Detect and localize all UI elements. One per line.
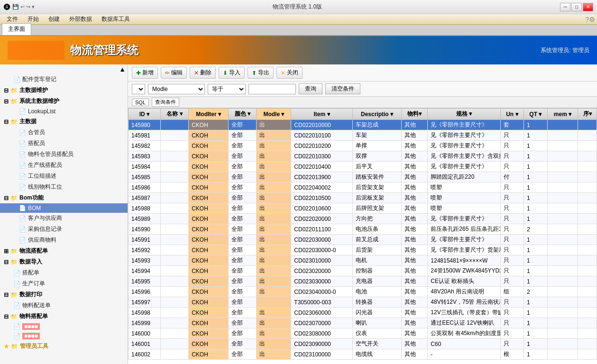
table-row[interactable]: 145995CKOH全部出CD023030000充电器其他CE认证 欧标插头只1 bbox=[129, 276, 597, 287]
table-cell: 其他 bbox=[402, 318, 428, 328]
sidebar-item-配件货车登记[interactable]: 📄 配件货车登记 bbox=[0, 74, 128, 85]
filter-value-input[interactable] bbox=[248, 84, 296, 94]
table-cell: 其他 bbox=[402, 287, 428, 297]
table-cell bbox=[160, 255, 188, 266]
sidebar-item-sub2[interactable]: 📄 ■■■■ bbox=[0, 331, 128, 341]
table-row[interactable]: 146002CKOH全部出CD023100000电缆线其他-根1 bbox=[129, 349, 597, 360]
table-cell bbox=[547, 172, 578, 182]
table-cell: 其他 bbox=[402, 308, 428, 318]
table-cell: 145990 bbox=[129, 224, 161, 235]
sidebar-group-主数据维护[interactable]: ⊟ 📁 主数据维护 bbox=[0, 85, 128, 96]
sidebar-group-数据导入[interactable]: ⊟ 📁 数据导入 bbox=[0, 256, 128, 267]
menu-start[interactable]: 开始 bbox=[23, 14, 44, 24]
close-button-toolbar[interactable]: ✕ 关闭 bbox=[276, 67, 303, 79]
sidebar-item-合管员[interactable]: 📄 合管员 bbox=[0, 127, 128, 138]
sidebar-group-系统主数据维护[interactable]: ⊟ 📁 系统主数据维护 bbox=[0, 96, 128, 107]
col-header-mem[interactable]: mem ▾ bbox=[547, 109, 578, 120]
sidebar-item-搭配单[interactable]: 📄 搭配单 bbox=[0, 267, 128, 278]
menu-create[interactable]: 创建 bbox=[44, 14, 64, 24]
filter-field-select[interactable]: Modle bbox=[148, 84, 205, 94]
menu-file[interactable]: 文件 bbox=[2, 14, 23, 24]
export-button[interactable]: ⬆ 导出 bbox=[248, 67, 274, 79]
col-header-un[interactable]: Un ▾ bbox=[500, 109, 524, 120]
new-button[interactable]: ✚ 新增 bbox=[132, 67, 158, 79]
sql-label[interactable]: SQL bbox=[132, 99, 149, 106]
table-row[interactable]: 145986CKOH全部出CD022040002后货架支架其他喷塑只1 bbox=[129, 182, 597, 193]
col-header-material[interactable]: 物料▾ bbox=[402, 109, 428, 120]
sidebar-group-Bom功能[interactable]: ⊟ 📁 Bom功能 bbox=[0, 192, 128, 203]
table-row[interactable]: 145982CKOH全部出CD022010200单撑其他见《零部件主要尺寸》只1 bbox=[129, 141, 597, 151]
table-cell: CD023030000 bbox=[291, 276, 352, 287]
sidebar-group-数据打印[interactable]: ⊟ 📁 数据打印 bbox=[0, 289, 128, 300]
sidebar-item-物料仓管员搭配员[interactable]: 📄 物料仓管员搭配员 bbox=[0, 149, 128, 160]
col-header-seq[interactable]: 序▾ bbox=[578, 109, 597, 120]
menu-db-tools[interactable]: 数据库工具 bbox=[97, 14, 135, 24]
table-cell: 电机 bbox=[352, 255, 402, 266]
close-button[interactable]: ✕ bbox=[583, 3, 593, 11]
conditions-label[interactable]: 查询条件 bbox=[152, 98, 179, 107]
table-row[interactable]: 145990CKOH全部出CD022011100电池压条其他前压条孔距265 后… bbox=[129, 224, 597, 235]
clear-button[interactable]: 清空条件 bbox=[325, 83, 360, 94]
sidebar-item-sub1[interactable]: 📄 ■■■■ bbox=[0, 322, 128, 331]
tab-main[interactable]: 主界面 bbox=[2, 23, 31, 35]
edit-button[interactable]: ✏ 编辑 bbox=[161, 67, 187, 79]
table-row[interactable]: 145981CKOH全部出CD022010100车架其他见《零部件主要尺寸》只1 bbox=[129, 130, 597, 141]
sidebar-group-物流搭配单[interactable]: ⊞ 📁 物流搭配单 bbox=[0, 246, 128, 256]
col-header-moditer[interactable]: ModIter ▾ bbox=[189, 109, 229, 120]
maximize-button[interactable]: □ bbox=[571, 3, 582, 11]
table-row[interactable]: 145985CKOH全部出CD022013900踏板安装件其他脚踏固定孔距220… bbox=[129, 172, 597, 182]
table-row[interactable]: 145996CKOH全部出CD023040000-0电池其他48V20Ah 用云… bbox=[129, 287, 597, 297]
sidebar-item-搭配员[interactable]: 📄 搭配员 bbox=[0, 138, 128, 149]
table-row[interactable]: 145988CKOH全部出CD022010600后牌照支架其他喷塑只1 bbox=[129, 203, 597, 214]
table-row[interactable]: 145989CKOH全部出CD022020000方向把其他见《零部件主要尺寸》只… bbox=[129, 214, 597, 224]
table-row[interactable]: 146001CKOH全部出CD023090000空气开关其他C60只1 bbox=[129, 339, 597, 349]
table-row[interactable]: 145992CKOH全部出CD022030000-0后货架其他见《零部件主要尺寸… bbox=[129, 245, 597, 255]
sidebar-collapse-icon[interactable]: ▲ bbox=[119, 65, 126, 73]
sidebar-item-工位组描述[interactable]: 📄 工位组描述 bbox=[0, 171, 128, 182]
minimize-button[interactable]: ─ bbox=[560, 3, 570, 11]
sidebar-item-BOM[interactable]: 📄 BOM bbox=[0, 203, 128, 213]
table-row[interactable]: 145993CKOH全部出CD023010000电机其他124815481×9×… bbox=[129, 255, 597, 266]
col-header-name[interactable]: 名称 ▾ bbox=[160, 109, 188, 120]
filter-operator-select[interactable]: 等于 bbox=[208, 84, 246, 94]
sidebar-group-物料搭配单[interactable]: ⊟ 📁 物料搭配单 bbox=[0, 311, 128, 322]
col-header-description[interactable]: Descriptio ▾ bbox=[352, 109, 402, 120]
table-row[interactable]: 145994CKOH全部出CD023020000控制器其他24管1500W ZW… bbox=[129, 266, 597, 276]
sidebar-item-物料配送单[interactable]: 📄 物料配送单 bbox=[0, 300, 128, 311]
col-header-qt[interactable]: QT ▾ bbox=[524, 109, 547, 120]
table-cell: CD023010000 bbox=[291, 255, 352, 266]
sidebar-item-线别物料工位[interactable]: 📄 线别物料工位 bbox=[0, 182, 128, 192]
table-row[interactable]: 145984CKOH全部出CD022010400后平叉其他见《零部件主要尺寸》只… bbox=[129, 162, 597, 172]
sidebar-item-客户与供应商[interactable]: 📄 客户与供应商 bbox=[0, 213, 128, 224]
delete-button[interactable]: ✕ 删除 bbox=[190, 67, 216, 79]
sidebar-item-生产订单[interactable]: 📄 生产订单 bbox=[0, 278, 128, 289]
table-cell: CD023090000 bbox=[291, 339, 352, 349]
table-row[interactable]: 145997CKOH全部T3050000-003转换器其他48V转12V，75管… bbox=[129, 297, 597, 308]
sidebar-group-管理员工具[interactable]: ★ 📁 管理员工具 bbox=[0, 341, 128, 352]
table-row[interactable]: 145991CKOH全部出CD022030000前叉总成其他见《零部件主要尺寸》… bbox=[129, 235, 597, 245]
table-cell bbox=[578, 266, 597, 276]
table-row[interactable]: 145980CKOH全部出CD022010000车架总成其他见《零部件主要尺寸》… bbox=[129, 120, 597, 130]
table-cell: CKOH bbox=[189, 339, 229, 349]
sidebar-group-主数据[interactable]: ⊟ 📁 主数据 bbox=[0, 116, 128, 127]
table-row[interactable]: 145998CKOH全部出CD023060000闪光器其他12V三线插孔（带皮套… bbox=[129, 308, 597, 318]
filter-field-dropdown[interactable] bbox=[132, 84, 145, 94]
menu-external[interactable]: 外部数据 bbox=[64, 14, 97, 24]
table-row[interactable]: 145999CKOH全部出CD023070000喇叭其他通过EEC认证 12V铁… bbox=[129, 318, 597, 328]
col-header-color[interactable]: 颜色 ▾ bbox=[229, 109, 257, 120]
col-header-modle[interactable]: Modle ▾ bbox=[257, 109, 291, 120]
col-header-item[interactable]: Item ▾ bbox=[291, 109, 352, 120]
query-button[interactable]: 查询 bbox=[299, 83, 322, 94]
table-row[interactable]: 145987CKOH全部出CD022010500后泥板支架其他喷塑只1 bbox=[129, 193, 597, 203]
col-header-spec[interactable]: 规格 ▾ bbox=[428, 109, 501, 120]
sidebar-item-生产线搭配员[interactable]: 📄 生产线搭配员 bbox=[0, 160, 128, 171]
table-row[interactable]: 145983CKOH全部出CD022010300双撑其他见《零部件主要尺寸》含双… bbox=[129, 151, 597, 162]
data-table-container[interactable]: ID ▾ 名称 ▾ ModIter ▾ 颜色 ▾ Modle ▾ Item ▾ … bbox=[128, 108, 597, 364]
table-row[interactable]: 146000CKOH全部出CD023080000仪表其他公英双制 有45km/h… bbox=[129, 328, 597, 339]
table-cell bbox=[578, 172, 597, 182]
col-header-id[interactable]: ID ▾ bbox=[129, 109, 161, 120]
sidebar-item-LookupList[interactable]: 📄 LookupList bbox=[0, 107, 128, 116]
sidebar-item-供应商物料[interactable]: 📄 供应商物料 bbox=[0, 235, 128, 246]
import-button[interactable]: ⬇ 导入 bbox=[219, 67, 245, 79]
sidebar-item-采购信息记录[interactable]: 📄 采购信息记录 bbox=[0, 224, 128, 235]
